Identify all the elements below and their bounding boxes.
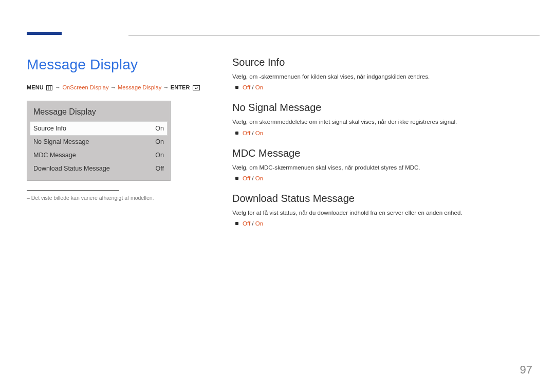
breadcrumb-arrow: →: [110, 84, 116, 90]
enter-icon: [193, 85, 200, 91]
section-desc: Vælg, om MDC-skærmmenuen skal vises, når…: [232, 163, 523, 172]
section: Source InfoVælg, om -skærmmenuen for kil…: [232, 57, 523, 90]
bullet-icon: [235, 177, 238, 180]
menu-icon: [46, 85, 52, 91]
page-title: Message Display: [27, 57, 201, 73]
section-heading: MDC Message: [232, 147, 523, 159]
option-sep: /: [250, 175, 255, 181]
osd-row-value: On: [155, 138, 164, 145]
header-rule: [128, 35, 540, 35]
breadcrumb-path-1: OnScreen Display: [62, 84, 108, 90]
osd-row-value: On: [155, 125, 164, 132]
osd-row: MDC MessageOn: [27, 148, 170, 162]
option-on: On: [255, 130, 263, 136]
osd-row-label: No Signal Message: [33, 138, 89, 145]
osd-row: Download Status MessageOff: [27, 162, 170, 175]
svg-rect-3: [193, 86, 199, 90]
svg-rect-0: [46, 86, 52, 90]
page-number: 97: [520, 363, 532, 377]
breadcrumb-menu: MENU: [27, 84, 44, 90]
option-off: Off: [243, 130, 250, 136]
option-off: Off: [243, 84, 250, 90]
osd-row: Source InfoOn: [30, 122, 167, 135]
section-heading: No Signal Message: [232, 102, 523, 114]
bullet-icon: [235, 86, 238, 89]
option-off: Off: [243, 220, 250, 227]
option-sep: /: [250, 130, 255, 136]
osd-title: Message Display: [27, 105, 170, 122]
breadcrumb: MENU → OnScreen Display → Message Displa…: [27, 84, 201, 91]
section-options: Off / On: [232, 175, 523, 181]
option-on: On: [255, 84, 263, 90]
osd-row: No Signal MessageOn: [27, 135, 170, 148]
osd-row-value: Off: [156, 165, 164, 172]
option-off: Off: [243, 175, 250, 181]
section-heading: Download Status Message: [232, 193, 523, 204]
osd-row-label: Source Info: [33, 125, 66, 132]
bullet-icon: [235, 132, 238, 135]
footnote-rule: [27, 190, 119, 191]
option-sep: /: [250, 84, 255, 90]
section-heading: Source Info: [232, 57, 523, 68]
section-options: Off / On: [232, 84, 523, 90]
option-on: On: [255, 220, 263, 227]
section: MDC MessageVælg, om MDC-skærmmenuen skal…: [232, 147, 523, 181]
section-options: Off / On: [232, 130, 523, 136]
osd-preview-panel: Message Display Source InfoOnNo Signal M…: [27, 101, 171, 181]
osd-row-label: Download Status Message: [33, 165, 110, 172]
bullet-icon: [235, 222, 238, 225]
breadcrumb-enter: ENTER: [171, 84, 190, 90]
footnote-text: – Det viste billede kan variere afhængig…: [27, 195, 201, 201]
section: Download Status MessageVælg for at få vi…: [232, 193, 523, 227]
osd-row-label: MDC Message: [33, 152, 76, 159]
breadcrumb-arrow: →: [163, 84, 169, 90]
section-desc: Vælg for at få vist status, når du downl…: [232, 209, 523, 217]
section-desc: Vælg, om skærmmeddelelse om intet signal…: [232, 118, 523, 126]
option-sep: /: [250, 220, 255, 227]
breadcrumb-arrow: →: [55, 84, 61, 90]
header-accent-bar: [27, 32, 62, 35]
osd-row-value: On: [155, 152, 164, 159]
section-desc: Vælg, om -skærmmenuen for kilden skal vi…: [232, 72, 523, 81]
breadcrumb-path-2: Message Display: [118, 84, 161, 90]
option-on: On: [255, 175, 263, 181]
section-options: Off / On: [232, 220, 523, 227]
section: No Signal MessageVælg, om skærmmeddelels…: [232, 102, 523, 136]
